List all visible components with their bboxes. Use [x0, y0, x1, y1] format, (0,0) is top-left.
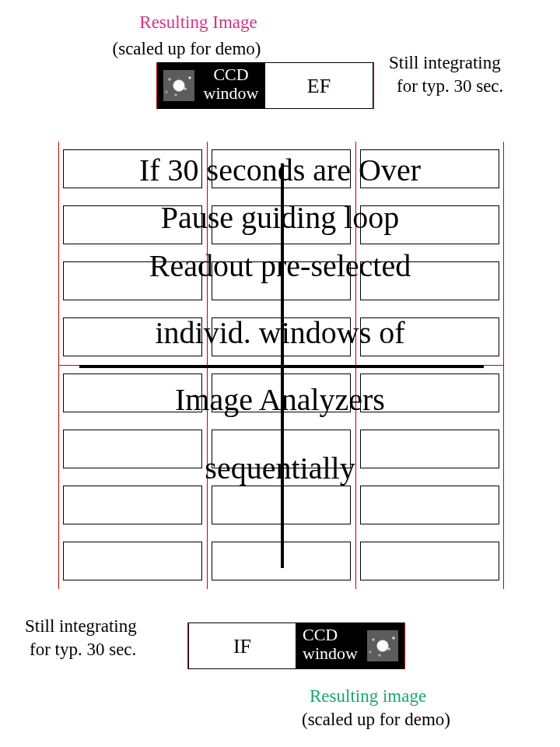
star-noise-icon-bottom — [367, 630, 398, 661]
resulting-image-top-label: Resulting Image — [105, 12, 292, 33]
ccd-label-top-2: window — [200, 84, 262, 103]
if-module: IF CCD window — [187, 622, 405, 669]
ccd-grid — [58, 142, 504, 589]
resulting-image-bottom-sub: (scaled up for demo) — [302, 710, 450, 730]
ccd-label-bottom-2: window — [303, 644, 365, 663]
resulting-image-bottom-label: Resulting image — [310, 686, 426, 707]
ef-label: EF — [265, 63, 373, 110]
ccd-label-top-1: CCD — [200, 65, 262, 84]
still-integrating-bottom-1: Still integrating — [25, 616, 137, 637]
still-integrating-bottom-2: for typ. 30 sec. — [30, 640, 136, 660]
ccd-label-bottom-1: CCD — [303, 626, 365, 644]
ef-module: CCD window EF — [156, 62, 374, 109]
still-integrating-top-2: for typ. 30 sec. — [397, 76, 560, 96]
if-label: IF — [189, 623, 296, 670]
still-integrating-top-1: Still integrating — [389, 53, 560, 73]
resulting-image-top-sub: (scaled up for demo) — [86, 39, 288, 59]
diagram-canvas: Resulting Image (scaled up for demo) Sti… — [0, 0, 560, 747]
star-noise-icon — [163, 70, 194, 101]
